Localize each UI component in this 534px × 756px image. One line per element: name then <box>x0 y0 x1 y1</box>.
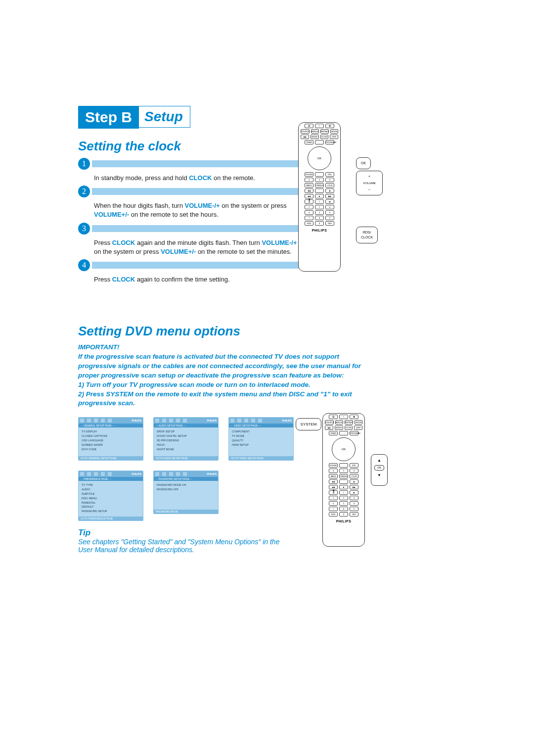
step-text: In standby mode, press and hold CLOCK on… <box>94 174 302 183</box>
step-text: Press CLOCK again and the minute digits … <box>94 238 302 256</box>
step-number: 3 <box>78 223 90 235</box>
callout-system: SYSTEM <box>296 418 321 430</box>
step-bar <box>92 262 300 269</box>
important-label: IMPORTANT! <box>78 343 375 352</box>
menu-screenshots: PHILIPS- - GENERAL SETUP PAGE - -TV DISP… <box>78 417 296 521</box>
step-number: 2 <box>78 186 90 197</box>
step-number: 1 <box>78 158 90 170</box>
volume-plus: + <box>358 174 380 179</box>
step-label-right: Setup <box>137 106 190 128</box>
step-text: When the hour digits flash, turn VOLUME-… <box>94 201 302 219</box>
callout-rds-clock: RDS/ CLOCK <box>356 227 378 243</box>
menu-box: PHILIPS- - AUDIO SETUP PAGE - -SPDIF SET… <box>153 417 219 461</box>
section1-title: Setting the clock <box>78 139 454 154</box>
callout-volume: + VOLUME – <box>356 171 383 195</box>
important-block: IMPORTANT! If the progressive scan featu… <box>78 343 375 408</box>
tip-body: See chapters "Getting Started" and "Syst… <box>78 538 296 554</box>
volume-minus: – <box>358 187 380 192</box>
menu-box: PHILIPS- - PREFERENCE PAGE - -TV TYPEAUD… <box>78 471 143 521</box>
ok-label: OK <box>374 465 384 470</box>
callout-dpad-ok: ▲ OK ▼ <box>371 454 388 486</box>
remote-illustration-2: ⏻≡⦿SOURCEANGLEREPEATMODE◀◀MODESLOWDISPTI… <box>322 413 365 547</box>
volume-label: VOLUME <box>358 181 380 185</box>
step-row: 1 <box>78 158 454 170</box>
step-bar <box>92 225 300 232</box>
tip-title: Tip <box>78 528 454 538</box>
step-text: Press CLOCK again to confirm the time se… <box>94 275 302 284</box>
menu-box: PHILIPS- - GENERAL SETUP PAGE - -TV DISP… <box>78 417 143 461</box>
menu-box: PHILIPS- - VIDEO SETUP PAGE - -COMPONENT… <box>228 417 294 461</box>
step-label-left: Step B <box>78 106 139 129</box>
remote-illustration-1: ⏻≡⦿SOURCEANGLEREPEATMODE◀◀MODESLOWDISPTI… <box>298 122 341 272</box>
step-row: 2 <box>78 186 454 197</box>
step-row: 3 <box>78 223 454 235</box>
step-bar <box>92 160 300 167</box>
important-body: If the progressive scan feature is activ… <box>78 352 375 408</box>
step-badge: Step BSetup <box>78 106 190 129</box>
step-number: 4 <box>78 259 90 271</box>
menu-box: PHILIPS- - PASSWORD SETUP PAGE - -PASSWO… <box>153 471 219 514</box>
tip-block: Tip See chapters "Getting Started" and "… <box>78 528 454 554</box>
step-bar <box>92 188 300 195</box>
step-row: 4 <box>78 259 454 271</box>
section2-title: Setting DVD menu options <box>78 324 454 339</box>
callout-ok: OK <box>356 157 371 169</box>
